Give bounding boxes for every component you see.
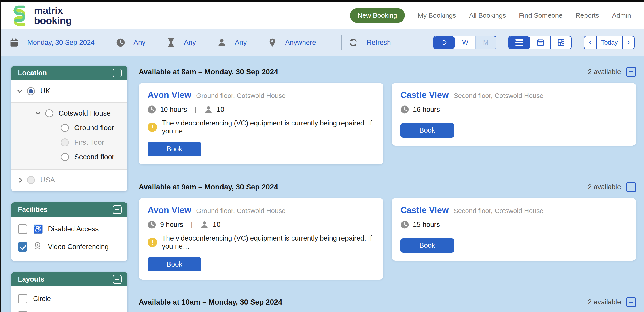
refresh-button[interactable]: Refresh (348, 38, 391, 47)
warning-icon (148, 122, 157, 132)
warning-icon (148, 238, 157, 247)
app-header: matrix booking New Booking My Bookings A… (0, 2, 644, 29)
hours-available: 10 hours (160, 105, 187, 113)
ground-floor-label: Ground floor (74, 124, 114, 132)
book-button[interactable]: Book (400, 123, 454, 137)
chevron-down-icon[interactable] (36, 110, 41, 115)
circle-label: Circle (33, 295, 51, 303)
layouts-panel-header: Layouts (11, 272, 128, 286)
next-day-button[interactable]: › (622, 36, 634, 49)
time-filter[interactable]: Any (116, 38, 145, 47)
facility-disabled-access: ♿ Disabled Access (18, 224, 121, 234)
layouts-list: Circle Classroom Conference (11, 286, 128, 312)
floorplan-view-button[interactable] (550, 36, 571, 49)
calendar-icon (10, 38, 19, 47)
attendees-filter[interactable]: Any (217, 38, 247, 47)
room-name-link[interactable]: Avon View (148, 90, 191, 100)
layouts-panel-title: Layouts (18, 275, 44, 283)
circle-checkbox[interactable] (18, 294, 27, 303)
usa-radio[interactable] (27, 176, 35, 184)
logo-icon (11, 4, 28, 27)
book-button[interactable]: Book (400, 238, 454, 253)
chevron-down-icon[interactable] (17, 88, 22, 93)
book-button[interactable]: Book (148, 142, 201, 156)
room-capacity: 10 (213, 221, 220, 229)
location-filter[interactable]: Anywhere (268, 38, 316, 47)
expand-plus-icon[interactable] (626, 67, 636, 77)
chevron-right-icon[interactable] (17, 177, 22, 183)
room-capacity: 10 (217, 105, 224, 113)
day-view-button[interactable]: D (434, 36, 454, 49)
first-floor-label: First floor (74, 138, 104, 146)
available-count: 2 available (588, 298, 621, 306)
week-view-button[interactable]: W (454, 36, 475, 49)
room-name-link[interactable]: Avon View (148, 205, 191, 215)
time-filter-value: Any (134, 39, 145, 47)
attendees-filter-value: Any (235, 39, 247, 47)
previous-day-button[interactable]: ‹ (584, 36, 596, 49)
room-card-castle-view: Castle View Second floor, Cotswold House… (392, 198, 636, 261)
nav-all-bookings[interactable]: All Bookings (469, 12, 506, 19)
room-card-avon-view: Avon View Ground floor, Cotswold House 9… (139, 198, 384, 279)
date-filter[interactable]: Monday, 30 Sep 2024 (10, 38, 94, 47)
location-panel: Location UK Cotswold House Ground floor (11, 66, 128, 191)
view-controls: D W M ‹ Today (433, 36, 634, 50)
warning-text: The videoconferencing (VC) equipment is … (162, 234, 374, 250)
hours-available: 15 hours (413, 221, 440, 229)
tree-item-usa: USA (11, 170, 128, 191)
tree-item-cotswold-house: Cotswold House (11, 109, 128, 117)
collapse-layouts-icon[interactable] (113, 275, 122, 284)
expand-plus-icon[interactable] (626, 297, 636, 307)
hourglass-icon (167, 38, 175, 47)
second-floor-radio[interactable] (61, 153, 69, 161)
uk-label: UK (40, 87, 50, 95)
month-view-button[interactable]: M (475, 36, 496, 49)
calendar-view-button[interactable] (530, 36, 550, 49)
second-floor-label: Second floor (74, 153, 114, 161)
ground-floor-radio[interactable] (61, 124, 69, 132)
section-title: Available at 10am – Monday, 30 Sep 2024 (139, 298, 282, 306)
room-location: Second floor, Cotswold House (454, 92, 544, 99)
clock-icon (148, 105, 156, 114)
uk-radio[interactable] (27, 87, 35, 95)
room-meta: 10 hours | 10 (148, 105, 374, 114)
list-view-button[interactable] (509, 36, 530, 49)
person-icon (217, 38, 226, 47)
cotswold-house-radio[interactable] (45, 109, 53, 117)
room-warning: The videoconferencing (VC) equipment is … (148, 234, 374, 250)
room-name-link[interactable]: Castle View (400, 205, 449, 215)
layout-circle: Circle (18, 294, 121, 303)
nav-my-bookings[interactable]: My Bookings (418, 12, 456, 19)
collapse-location-icon[interactable] (113, 69, 122, 77)
nav-find-someone[interactable]: Find Someone (519, 12, 562, 19)
expand-plus-icon[interactable] (626, 182, 636, 192)
window-edge-top (0, 0, 644, 2)
book-button[interactable]: Book (148, 257, 201, 271)
filter-divider (342, 35, 342, 50)
nav-new-booking[interactable]: New Booking (350, 8, 405, 23)
classroom-checkbox[interactable] (18, 311, 27, 312)
nav-reports[interactable]: Reports (576, 12, 599, 19)
room-meta: 9 hours | 10 (148, 220, 374, 229)
layouts-panel: Layouts Circle Classroom Conference (11, 272, 128, 312)
nav-admin[interactable]: Admin (612, 12, 631, 19)
person-icon (200, 220, 209, 229)
availability-summary: 2 available (588, 182, 636, 192)
clock-icon (400, 105, 409, 114)
disabled-access-checkbox[interactable] (18, 224, 27, 234)
cotswold-house-label: Cotswold House (58, 109, 111, 117)
display-toggle-group (508, 36, 572, 50)
video-conferencing-checkbox[interactable] (18, 242, 27, 251)
meta-divider: | (191, 221, 192, 229)
collapse-facilities-icon[interactable] (113, 205, 122, 214)
date-filter-value: Monday, 30 Sep 2024 (27, 39, 94, 47)
logo-word-line1: matrix (34, 5, 72, 16)
video-conferencing-label: Video Conferencing (48, 243, 109, 251)
duration-filter[interactable]: Any (167, 38, 196, 47)
list-icon (516, 39, 524, 46)
room-meta: 15 hours (400, 220, 628, 229)
room-name-link[interactable]: Castle View (400, 90, 449, 100)
layout-classroom: Classroom (18, 311, 121, 312)
matrix-booking-logo[interactable]: matrix booking (11, 4, 72, 27)
today-button[interactable]: Today (596, 36, 622, 49)
